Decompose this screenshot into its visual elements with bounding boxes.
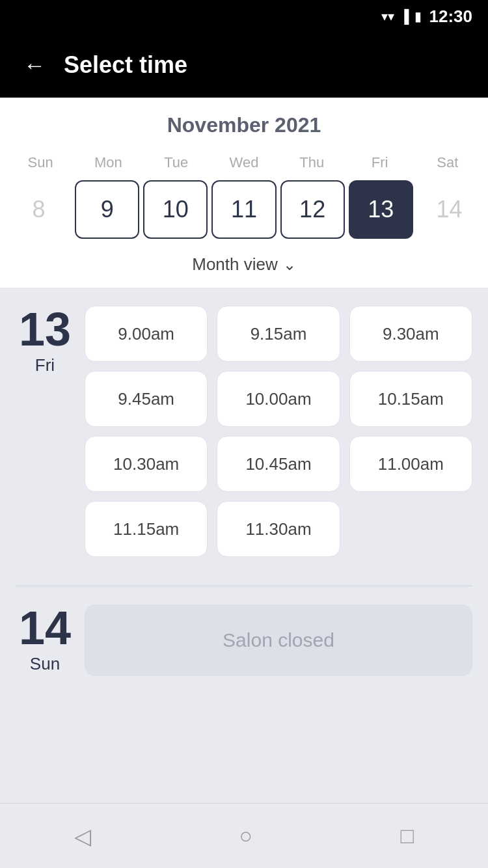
signal-icon: ▐ [400,9,409,24]
date-cell-13[interactable]: 13 [349,180,413,239]
section-divider [16,586,472,586]
month-title: November 2021 [0,113,488,150]
time-slot-1115am[interactable]: 11.15am [85,501,208,557]
salon-closed-text: Salon closed [223,629,334,651]
weekday-fri: Fri [346,150,413,175]
time-slot-915am[interactable]: 9.15am [217,306,340,362]
month-view-label: Month view [192,254,278,275]
dates-row: 8 9 10 11 12 13 14 [0,175,488,244]
status-icons: ▾▾ ▐ ▮ [381,8,421,24]
weekday-wed: Wed [210,150,278,175]
time-slot-1000am[interactable]: 10.00am [217,371,340,427]
day-14-number: 14 [19,604,71,651]
nav-home-button[interactable]: ○ [239,823,252,848]
day-14-label: 14 Sun [16,604,74,674]
time-slot-1045am[interactable]: 10.45am [217,436,340,492]
calendar-section: November 2021 Sun Mon Tue Wed Thu Fri Sa… [0,98,488,288]
day-13-number: 13 [19,306,71,353]
date-cell-10[interactable]: 10 [143,180,208,239]
time-slot-1030am[interactable]: 10.30am [85,436,208,492]
back-button[interactable]: ← [23,53,46,78]
wifi-icon: ▾▾ [381,8,394,24]
main-content: 13 Fri 9.00am 9.15am 9.30am 9.45am 10.00… [0,288,488,803]
day-13-section: 13 Fri 9.00am 9.15am 9.30am 9.45am 10.00… [16,306,472,557]
date-cell-9[interactable]: 9 [75,180,139,239]
status-bar: ▾▾ ▐ ▮ 12:30 [0,0,488,33]
time-slots-grid-13: 9.00am 9.15am 9.30am 9.45am 10.00am 10.1… [85,306,472,557]
date-cell-14[interactable]: 14 [417,180,481,239]
date-cell-11[interactable]: 11 [211,180,276,239]
page-title: Select time [64,51,187,79]
date-cell-8[interactable]: 8 [7,180,71,239]
weekday-thu: Thu [278,150,346,175]
weekday-tue: Tue [142,150,210,175]
date-cell-12[interactable]: 12 [280,180,345,239]
weekday-sun: Sun [7,150,74,175]
weekdays-row: Sun Mon Tue Wed Thu Fri Sat [0,150,488,175]
time-slot-945am[interactable]: 9.45am [85,371,208,427]
time-slot-1100am[interactable]: 11.00am [349,436,472,492]
battery-icon: ▮ [414,8,422,24]
time-slot-930am[interactable]: 9.30am [349,306,472,362]
day-14-section: 14 Sun Salon closed [16,604,472,676]
app-header: ← Select time [0,33,488,98]
day-13-label: 13 Fri [16,306,74,375]
day-14-name: Sun [30,654,60,674]
nav-back-button[interactable]: ◁ [74,823,91,849]
time-slot-1015am[interactable]: 10.15am [349,371,472,427]
day-13-name: Fri [35,355,55,375]
chevron-down-icon: ⌄ [283,256,296,274]
status-time: 12:30 [429,7,473,27]
weekday-mon: Mon [74,150,142,175]
weekday-sat: Sat [414,150,481,175]
time-slot-1130am[interactable]: 11.30am [217,501,340,557]
bottom-nav: ◁ ○ □ [0,803,488,868]
salon-closed-box: Salon closed [85,604,472,676]
nav-recents-button[interactable]: □ [401,823,414,848]
time-slot-900am[interactable]: 9.00am [85,306,208,362]
month-view-row[interactable]: Month view ⌄ [0,244,488,288]
